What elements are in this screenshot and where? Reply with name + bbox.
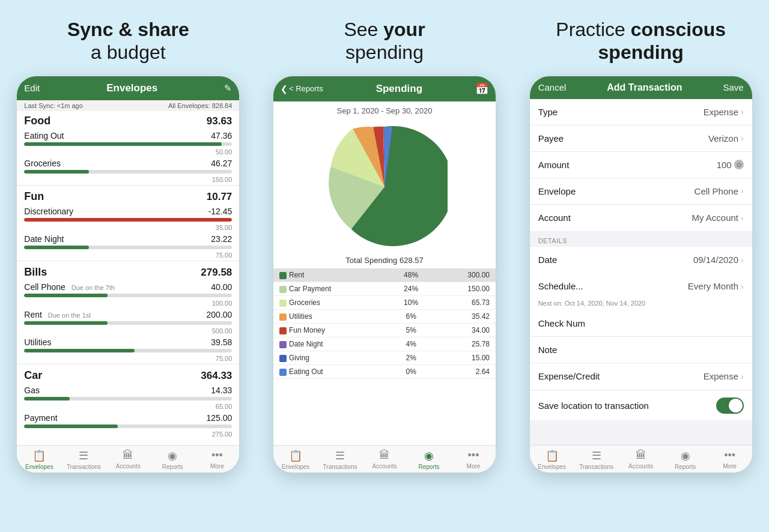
spending-title: Spending bbox=[376, 83, 422, 95]
location-toggle[interactable] bbox=[716, 397, 744, 414]
tab-transactions-1[interactable]: ☰ Transactions bbox=[61, 449, 106, 470]
item-groceries[interactable]: Groceries 46.27 150.00 bbox=[17, 156, 239, 184]
tab-accounts-1[interactable]: 🏛 Accounts bbox=[106, 449, 150, 470]
envelopes-header: Edit Envelopes ✎ bbox=[17, 76, 239, 100]
all-envelopes: All Envelopes: 828.84 bbox=[168, 102, 232, 109]
schedule-sub: Next on: Oct 14, 2020; Nov 14, 2020 bbox=[530, 300, 752, 310]
legend-row-eatingout[interactable]: Eating Out 0% 2.64 bbox=[273, 364, 496, 378]
type-row[interactable]: Type Expense › bbox=[530, 99, 752, 125]
legend-row-car[interactable]: Car Payment 24% 150.00 bbox=[273, 282, 496, 295]
date-row[interactable]: Date 09/14/2020 › bbox=[530, 247, 752, 273]
tab-envelopes-1[interactable]: 📋 Envelopes bbox=[17, 449, 61, 470]
location-row[interactable]: Save location to transaction bbox=[530, 391, 752, 420]
account-row[interactable]: Account My Account › bbox=[530, 205, 752, 231]
item-cell-phone[interactable]: Cell Phone Due on the 7th 40.00 100.00 bbox=[17, 280, 239, 307]
group-car: Car 364.33 bbox=[17, 366, 239, 383]
legend-row-datenight[interactable]: Date Night 4% 25.78 bbox=[273, 337, 496, 351]
item-gas[interactable]: Gas 14.33 65.00 bbox=[17, 383, 239, 411]
tab-transactions-2[interactable]: ☰ Transactions bbox=[318, 449, 362, 470]
phone-reports: ❮ < Reports Spending 📅 Sep 1, 2020 - Sep… bbox=[273, 76, 496, 473]
spending-legend: Rent 48% 300.00 Car Payment 24% 150.00 G… bbox=[273, 268, 496, 379]
item-discretionary[interactable]: Discretionary -12.45 35.00 bbox=[17, 204, 239, 232]
item-date-night[interactable]: Date Night 23.22 75.00 bbox=[17, 232, 239, 259]
sync-status: Last Sync: <1m ago bbox=[24, 102, 83, 109]
payee-row[interactable]: Payee Verizon › bbox=[530, 125, 752, 152]
expense-credit-row[interactable]: Expense/Credit Expense › bbox=[530, 363, 752, 390]
note-row[interactable]: Note bbox=[530, 337, 752, 363]
transaction-main-section: Type Expense › Payee Verizon › Amount bbox=[530, 99, 752, 231]
payee-chevron: › bbox=[741, 133, 744, 143]
panel-spending: See yourspending ❮ < Reports Spending 📅 … bbox=[257, 0, 513, 532]
tab-envelopes-2[interactable]: 📋 Envelopes bbox=[273, 449, 318, 470]
total-spending: Total Spending 628.57 bbox=[273, 256, 496, 265]
transaction-form: Type Expense › Payee Verizon › Amount bbox=[530, 99, 752, 445]
group-bills: Bills 279.58 bbox=[17, 262, 239, 280]
tab-reports-3[interactable]: ◉ Reports bbox=[663, 449, 708, 470]
legend-row-groceries[interactable]: Groceries 10% 65.73 bbox=[273, 295, 496, 309]
date-range: Sep 1, 2020 - Sep 30, 2020 bbox=[273, 101, 496, 118]
item-rent[interactable]: Rent Due on the 1st 200.00 500.00 bbox=[17, 307, 239, 335]
sync-bar: Last Sync: <1m ago All Envelopes: 828.84 bbox=[17, 100, 239, 111]
add-transaction-header: Cancel Add Transaction Save bbox=[530, 76, 752, 99]
item-payment[interactable]: Payment 125.00 275.00 bbox=[17, 411, 239, 438]
tab-bar-3: 📋 Envelopes ☰ Transactions 🏛 Accounts ◉ … bbox=[530, 445, 752, 473]
panel-conscious-spending: Practice consciousspending Cancel Add Tr… bbox=[512, 0, 769, 532]
type-chevron: › bbox=[741, 107, 744, 116]
item-utilities[interactable]: Utilities 39.58 75.00 bbox=[17, 335, 239, 363]
envelopes-title: Envelopes bbox=[40, 82, 224, 94]
envelope-chevron: › bbox=[741, 186, 744, 196]
spending-pie bbox=[321, 124, 448, 250]
legend-row-fun[interactable]: Fun Money 5% 34.00 bbox=[273, 323, 496, 337]
details-section-label: DETAILS bbox=[530, 232, 752, 247]
add-transaction-title: Add Transaction bbox=[607, 82, 682, 93]
account-chevron: › bbox=[741, 213, 744, 223]
cancel-button[interactable]: Cancel bbox=[538, 82, 567, 92]
tab-more-1[interactable]: ••• More bbox=[195, 449, 239, 470]
tab-envelopes-3[interactable]: 📋 Envelopes bbox=[530, 449, 574, 470]
legend-row-utilities[interactable]: Utilities 6% 35.42 bbox=[273, 309, 496, 323]
amount-row[interactable]: Amount 100 ⊙ bbox=[530, 152, 752, 178]
phone-envelopes: Edit Envelopes ✎ Last Sync: <1m ago All … bbox=[17, 76, 239, 473]
tab-more-2[interactable]: ••• More bbox=[451, 449, 496, 470]
legend-row-rent[interactable]: Rent 48% 300.00 bbox=[273, 268, 496, 282]
tab-transactions-3[interactable]: ☰ Transactions bbox=[574, 449, 619, 470]
edit-button[interactable]: Edit bbox=[24, 83, 40, 93]
pie-chart bbox=[273, 118, 496, 256]
reports-header: ❮ < Reports Spending 📅 bbox=[273, 76, 496, 101]
back-button[interactable]: ❮ < Reports bbox=[281, 84, 323, 94]
save-button[interactable]: Save bbox=[723, 82, 743, 92]
edit-icon[interactable]: ✎ bbox=[224, 83, 232, 94]
item-eating-out[interactable]: Eating Out 47.36 50.00 bbox=[17, 128, 239, 156]
schedule-row-wrap[interactable]: Schedule... Every Month › Next on: Oct 1… bbox=[530, 273, 752, 310]
group-food: Food 93.63 bbox=[17, 111, 239, 128]
amount-cursor: ⊙ bbox=[734, 160, 744, 169]
envelopes-content[interactable]: Food 93.63 Eating Out 47.36 50.00 Grocer… bbox=[17, 111, 239, 445]
calendar-icon[interactable]: 📅 bbox=[475, 82, 488, 95]
tab-reports-2[interactable]: ◉ Reports bbox=[407, 449, 451, 470]
tab-reports-1[interactable]: ◉ Reports bbox=[150, 449, 195, 470]
tab-accounts-2[interactable]: 🏛 Accounts bbox=[362, 449, 407, 470]
details-section: Date 09/14/2020 › Schedule... Every Mont… bbox=[530, 247, 752, 390]
panel2-title: See yourspending bbox=[344, 18, 425, 64]
tab-accounts-3[interactable]: 🏛 Accounts bbox=[619, 449, 663, 470]
group-fun: Fun 10.77 bbox=[17, 187, 239, 204]
tab-bar-2: 📋 Envelopes ☰ Transactions 🏛 Accounts ◉ … bbox=[273, 445, 496, 473]
tab-bar-1: 📋 Envelopes ☰ Transactions 🏛 Accounts ◉ … bbox=[17, 445, 239, 473]
panel-sync-share: Sync & sharea budget Edit Envelopes ✎ La… bbox=[0, 0, 257, 532]
location-section: Save location to transaction bbox=[530, 391, 752, 420]
phone-add-transaction: Cancel Add Transaction Save Type Expense… bbox=[530, 76, 752, 473]
checknum-row[interactable]: Check Num bbox=[530, 310, 752, 337]
legend-row-giving[interactable]: Giving 2% 15.00 bbox=[273, 351, 496, 364]
tab-more-3[interactable]: ••• More bbox=[708, 449, 752, 470]
envelope-row[interactable]: Envelope Cell Phone › bbox=[530, 178, 752, 205]
panel1-title: Sync & sharea budget bbox=[67, 18, 189, 64]
panel3-title: Practice consciousspending bbox=[556, 18, 726, 64]
